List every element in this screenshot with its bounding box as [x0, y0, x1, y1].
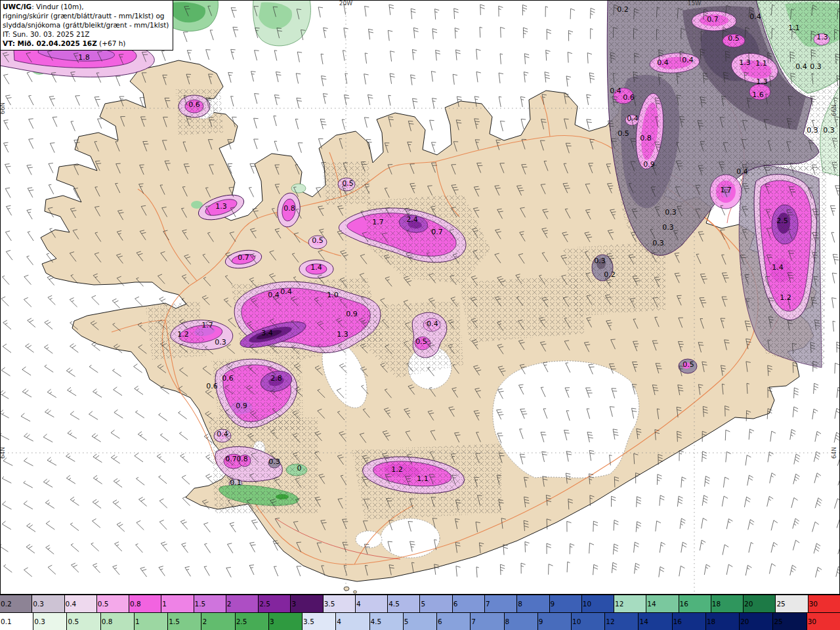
- precip-value-label: 0.7: [707, 15, 719, 24]
- scale-cell: 20: [744, 595, 776, 612]
- scale-tick-label: 0.8: [102, 618, 113, 625]
- scale-cell: 3: [269, 613, 303, 630]
- precip-value-label: 0.4: [682, 56, 694, 64]
- scale-tick-label: 7: [486, 600, 490, 608]
- scale-cell: 1.5: [168, 613, 201, 630]
- scale-cell: 2: [201, 613, 235, 630]
- scale-tick-label: 0.5: [68, 618, 79, 625]
- scale-cell: 0.4: [65, 595, 97, 612]
- scale-tick-label: 0.5: [98, 600, 109, 608]
- scale-cell: 2: [226, 595, 259, 612]
- scale-cell: 10: [572, 613, 605, 630]
- scale-tick-label: 7: [471, 618, 476, 625]
- precip-value-label: 1.2: [177, 330, 189, 339]
- precip-value-label: 0.4: [268, 291, 280, 299]
- scale-tick-label: 0.2: [1, 600, 12, 608]
- precip-value-label: 0.3: [810, 62, 822, 71]
- scale-tick-label: 2: [227, 600, 232, 608]
- precip-value-label: 1.7: [720, 186, 732, 194]
- island-vestmannaeyjar: [344, 587, 349, 591]
- precip-value-label: 0.7: [225, 455, 237, 463]
- precip-value-label: 0.5: [618, 129, 629, 138]
- precip-value-label: 0.4: [749, 12, 761, 21]
- scale-cell: 1: [135, 613, 168, 630]
- precip-value-label: 0.5: [312, 236, 324, 245]
- precip-value-label: 1.7: [201, 321, 213, 329]
- precip-value-label: 0.3: [807, 126, 818, 135]
- precip-value-label: 0.5: [415, 337, 427, 346]
- scale-cell: 6: [453, 595, 485, 612]
- scale-tick-label: 18: [712, 600, 721, 608]
- precip-value-label: 0.8: [640, 134, 652, 142]
- scale-tick-label: 3.5: [303, 618, 314, 625]
- scale-row-snow: 0.20.30.40.50.811.522.533.544.5567891012…: [0, 595, 840, 612]
- scale-tick-label: 3.5: [324, 600, 335, 608]
- scale-tick-label: 5: [421, 600, 425, 608]
- scale-tick-label: 2: [202, 618, 207, 625]
- graticule-label: 20W: [339, 0, 352, 7]
- header-line-2: rigning/skúrir (grænt/blátt/rautt - mm/1…: [3, 11, 169, 20]
- graticule-label: 66N: [831, 104, 837, 116]
- scale-tick-label: 4: [356, 600, 361, 608]
- precip-value-label: 2.5: [776, 217, 788, 225]
- precip-value-label: 0.3: [823, 126, 835, 135]
- precip-value-label: 2.8: [270, 374, 282, 383]
- precip-value-label: 0.7: [238, 253, 249, 262]
- precip-value-label: 0.5: [728, 34, 740, 43]
- scale-tick-label: 9: [551, 600, 555, 608]
- precip-value-label: 0.3: [594, 257, 606, 265]
- header-valid-time: VT: Mið. 02.04.2025 16Z (+67 h): [3, 39, 169, 48]
- scale-tick-label: 6: [453, 600, 458, 608]
- precip-value-label: 1.1: [788, 24, 800, 32]
- precip-value-label: 0.4: [657, 58, 669, 67]
- precip-value-label: 1.3: [337, 330, 348, 339]
- precip-value-label: 1.1: [755, 59, 767, 68]
- scale-tick-label: 3: [270, 618, 274, 625]
- graticule-label: 15W: [688, 0, 701, 7]
- precip-value-label: 0.5: [342, 179, 354, 188]
- precip-value-label: 0.3: [652, 239, 664, 247]
- scale-tick-label: 0.8: [130, 600, 141, 608]
- scale-cell: 3: [291, 595, 323, 612]
- scale-cell: 0.3: [32, 595, 64, 612]
- scale-cell: 18: [706, 613, 740, 630]
- scale-cell: 8: [517, 595, 549, 612]
- precip-value-label: 1.0: [327, 291, 339, 299]
- scale-cell: 14: [639, 613, 672, 630]
- scale-tick-label: 2.5: [259, 600, 270, 608]
- scale-cell: 4: [356, 595, 388, 612]
- scale-tick-label: 16: [680, 600, 688, 608]
- scale-row-rain: 0.10.30.50.811.522.533.544.5567891012141…: [0, 612, 840, 630]
- scale-tick-label: 10: [583, 600, 591, 608]
- scale-cell: 1: [161, 595, 194, 612]
- legend-scales: 0.20.30.40.50.811.522.533.544.5567891012…: [0, 595, 840, 630]
- scale-tick-label: 1.5: [169, 618, 180, 625]
- scale-cell: 25: [776, 595, 808, 612]
- precip-value-label: 0.4: [627, 114, 639, 123]
- scale-tick-label: 2.5: [236, 618, 247, 625]
- scale-tick-label: 0.1: [1, 618, 12, 625]
- precip-value-label: 0.8: [236, 455, 248, 463]
- scale-cell: 2.5: [236, 613, 269, 630]
- precip-value-label: 1.2: [780, 293, 791, 302]
- scale-cell: 9: [538, 613, 572, 630]
- scale-cell: 18: [711, 595, 744, 612]
- precip-value-label: 0.7: [431, 228, 443, 236]
- scale-cell: 4.5: [388, 595, 420, 612]
- scale-cell: 16: [673, 613, 706, 630]
- graticule-label: 64N: [0, 447, 6, 459]
- small-island: [354, 591, 357, 593]
- scale-tick-label: 8: [505, 618, 510, 625]
- scale-tick-label: 25: [774, 618, 782, 625]
- scale-cell: 1.5: [194, 595, 226, 612]
- map-area: 1.80.61.30.80.50.50.71.40.40.41.00.91.21…: [0, 0, 840, 595]
- scale-tick-label: 5: [404, 618, 409, 625]
- scale-cell: 9: [550, 595, 582, 612]
- precip-value-label: 0.9: [346, 310, 358, 318]
- precip-value-label: 0.4: [736, 167, 748, 176]
- precip-value-label: 1.3: [756, 77, 768, 86]
- scale-tick-label: 9: [539, 618, 543, 625]
- precip-value-label: 0.6: [623, 93, 635, 102]
- precip-value-label: 2.4: [406, 215, 418, 224]
- scale-cell: 8: [505, 613, 538, 630]
